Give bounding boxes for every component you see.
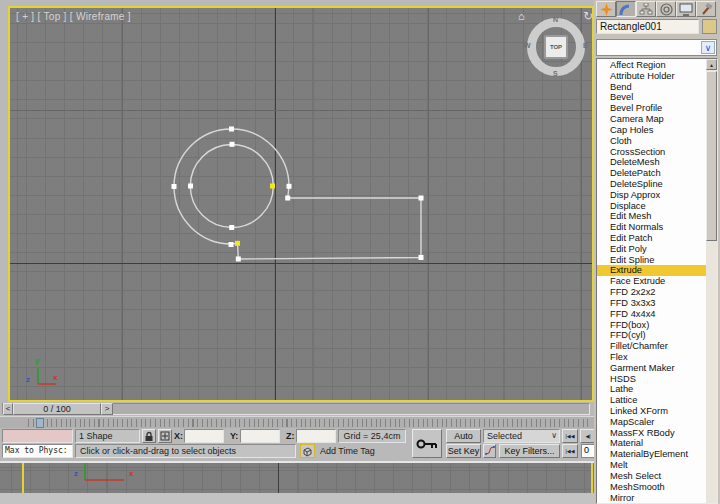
- cube-icon: [302, 446, 313, 457]
- top-viewport[interactable]: [ + ] [ Top ] [ Wireframe ] y z x ⌂ ↻ TO…: [8, 6, 594, 402]
- y-coord-label: Y:: [230, 429, 238, 443]
- modifier-item[interactable]: Lattice: [597, 395, 706, 406]
- modifier-item[interactable]: FFD 4x4x4: [597, 309, 706, 320]
- modifier-item[interactable]: FFD 3x3x3: [597, 298, 706, 309]
- background-viewport-border: [591, 463, 593, 493]
- x-coord-field[interactable]: [184, 429, 224, 443]
- modifier-item[interactable]: MassFX RBody: [597, 428, 706, 439]
- viewcube-top-face[interactable]: TOP: [544, 35, 568, 59]
- scrollbar-thumb[interactable]: [706, 71, 717, 241]
- tab-modify[interactable]: [616, 1, 636, 17]
- maxscript-listener-field[interactable]: Max to Physc:: [2, 444, 73, 458]
- chevron-down-icon: ∨: [551, 430, 557, 442]
- axis-x-label: x: [129, 469, 133, 478]
- modifier-item[interactable]: MapScaler: [597, 417, 706, 428]
- set-keys-button[interactable]: [412, 429, 442, 458]
- modifier-item[interactable]: Edit Mesh: [597, 211, 706, 222]
- tab-display[interactable]: [676, 1, 696, 17]
- adaptive-degradation-toggle[interactable]: [300, 444, 315, 458]
- transform-coords-icon: [160, 431, 170, 441]
- selection-set-dropdown[interactable]: Selected ∨: [483, 429, 560, 443]
- macro-recorder-field[interactable]: [2, 429, 73, 443]
- modifier-item[interactable]: FFD 2x2x2: [597, 287, 706, 298]
- modifier-item[interactable]: Garment Maker: [597, 363, 706, 374]
- object-name-field[interactable]: Rectangle001: [596, 19, 699, 34]
- viewcube-rotate-icon[interactable]: ↻: [583, 9, 593, 23]
- time-slider-handle[interactable]: 0 / 100: [13, 403, 101, 415]
- modifier-list-scrollbar[interactable]: ▲: [706, 59, 717, 503]
- modifier-item[interactable]: Affect Region: [597, 60, 706, 71]
- chevron-down-icon[interactable]: ∨: [701, 41, 715, 54]
- modifier-item[interactable]: Cap Holes: [597, 125, 706, 136]
- modifier-item[interactable]: MeshSmooth: [597, 482, 706, 493]
- tangent-curve-icon: [485, 446, 495, 456]
- go-to-start-button-2[interactable]: |◀◀: [562, 444, 578, 458]
- modifier-item[interactable]: Fillet/Chamfer: [597, 341, 706, 352]
- tab-create[interactable]: [596, 1, 616, 17]
- key-filters-button[interactable]: Key Filters...: [499, 444, 560, 458]
- modifier-item[interactable]: DeleteSpline: [597, 179, 706, 190]
- next-frame-button[interactable]: >: [101, 403, 113, 415]
- modifier-item[interactable]: Mesh Select: [597, 471, 706, 482]
- add-time-tag-button[interactable]: Add Time Tag: [320, 444, 375, 458]
- viewcube-north-label[interactable]: N: [553, 16, 558, 23]
- x-coord-label: X:: [174, 429, 183, 443]
- modifier-item[interactable]: Bevel Profile: [597, 103, 706, 114]
- y-coord-field[interactable]: [240, 429, 280, 443]
- modifier-item[interactable]: Melt: [597, 460, 706, 471]
- selection-lock-toggle[interactable]: [142, 429, 156, 443]
- modifier-item[interactable]: Material: [597, 438, 706, 449]
- modifier-item[interactable]: Edit Patch: [597, 233, 706, 244]
- modifier-item[interactable]: Displace: [597, 201, 706, 212]
- viewcube-east-label[interactable]: E: [583, 42, 588, 49]
- viewcube-west-label[interactable]: W: [524, 42, 531, 49]
- set-key-button[interactable]: Set Key: [446, 444, 481, 458]
- absolute-offset-toggle[interactable]: [158, 429, 172, 443]
- auto-key-button[interactable]: Auto Key: [446, 429, 481, 443]
- modifier-item[interactable]: Bevel: [597, 92, 706, 103]
- modifier-item[interactable]: Attribute Holder: [597, 71, 706, 82]
- modifier-item[interactable]: Camera Map: [597, 114, 706, 125]
- track-bar[interactable]: [0, 416, 594, 428]
- modifier-item[interactable]: Edit Spline: [597, 255, 706, 266]
- object-color-swatch[interactable]: [702, 19, 717, 34]
- world-axis-tripod: y z x: [24, 356, 64, 398]
- modifier-item[interactable]: Extrude: [597, 265, 706, 276]
- modifier-item[interactable]: CrossSection: [597, 147, 706, 158]
- viewcube-home-icon[interactable]: ⌂: [518, 10, 525, 22]
- modifier-item[interactable]: Lathe: [597, 384, 706, 395]
- default-in-out-tangents-button[interactable]: [483, 444, 496, 458]
- modifier-item[interactable]: FFD(box): [597, 320, 706, 331]
- modifier-item[interactable]: Flex: [597, 352, 706, 363]
- modifier-item[interactable]: Edit Normals: [597, 222, 706, 233]
- modifier-item[interactable]: Cloth: [597, 136, 706, 147]
- rectangle001-spline-shape[interactable]: [10, 8, 592, 400]
- viewcube-south-label[interactable]: S: [553, 70, 558, 77]
- modifier-item[interactable]: HSDS: [597, 374, 706, 385]
- modifier-item[interactable]: DeleteMesh: [597, 157, 706, 168]
- z-coord-field[interactable]: [296, 429, 336, 443]
- tab-utilities[interactable]: [696, 1, 716, 17]
- track-bar-frame-handle[interactable]: [36, 418, 44, 428]
- previous-frame-button[interactable]: <: [3, 403, 13, 415]
- modifier-item[interactable]: Bend: [597, 82, 706, 93]
- motion-icon: [660, 3, 673, 16]
- modifier-item[interactable]: Edit Poly: [597, 244, 706, 255]
- modifier-item[interactable]: Face Extrude: [597, 276, 706, 287]
- modifier-item[interactable]: DeletePatch: [597, 168, 706, 179]
- scroll-up-icon[interactable]: ▲: [706, 59, 717, 70]
- modifier-item[interactable]: MaterialByElement: [597, 449, 706, 460]
- go-to-start-button[interactable]: |◀◀: [562, 429, 578, 443]
- background-grid-axis-line: [278, 463, 279, 493]
- viewcube[interactable]: ⌂ ↻ TOP N W E S: [515, 12, 594, 84]
- 3dsmax-window: [ + ] [ Top ] [ Wireframe ] y z x ⌂ ↻ TO…: [0, 0, 720, 504]
- modifier-list-combobox[interactable]: ∨: [596, 39, 717, 56]
- viewport-label[interactable]: [ + ] [ Top ] [ Wireframe ]: [16, 11, 131, 22]
- modifier-item[interactable]: Disp Approx: [597, 190, 706, 201]
- modifier-item[interactable]: Linked XForm: [597, 406, 706, 417]
- modifier-item[interactable]: FFD(cyl): [597, 330, 706, 341]
- modifier-item[interactable]: Mirror: [597, 493, 706, 504]
- tab-hierarchy[interactable]: [636, 1, 656, 17]
- tab-motion[interactable]: [656, 1, 676, 17]
- display-icon: [679, 3, 693, 16]
